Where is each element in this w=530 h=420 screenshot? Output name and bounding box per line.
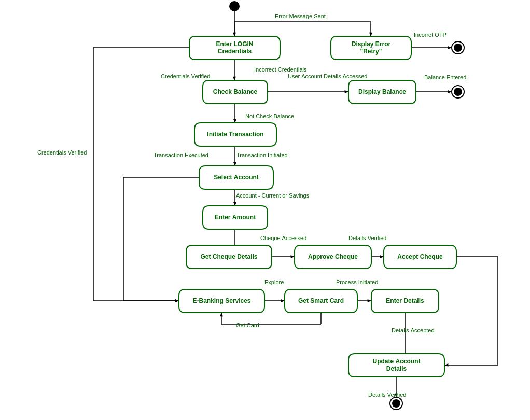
diagram-canvas xyxy=(0,0,530,420)
